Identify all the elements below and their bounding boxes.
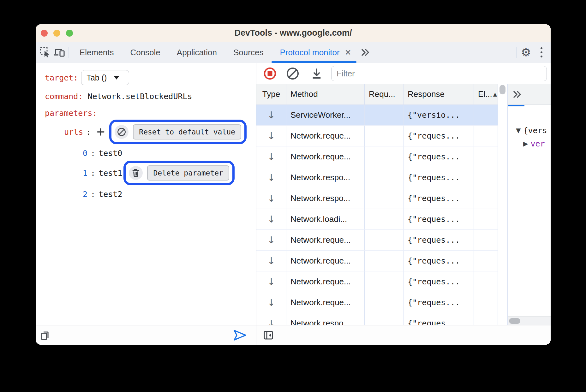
column-header-method[interactable]: Method	[286, 84, 365, 104]
received-arrow-icon: ↓	[267, 318, 275, 325]
param-colon: :	[91, 190, 95, 199]
protocol-data-grid: Type Method Requ... Response El... ▲ ↓	[256, 84, 498, 325]
delete-parameter-button[interactable]	[129, 166, 143, 180]
received-arrow-icon: ↓	[267, 193, 275, 204]
param-value[interactable]: test1	[99, 169, 122, 178]
cell-elapsed	[474, 167, 498, 188]
param-row-1[interactable]: 1 : test1 Delete parameter	[83, 160, 235, 186]
received-arrow-icon: ↓	[267, 151, 275, 162]
command-key: command:	[45, 92, 83, 101]
param-row-0[interactable]: 0 : test0	[83, 146, 122, 160]
table-row[interactable]: ↓ Network.reque... {"reques...	[256, 271, 498, 292]
block-icon	[117, 127, 126, 137]
cell-response: {"reques...	[404, 230, 474, 250]
param-row-2[interactable]: 2 : test2	[83, 187, 122, 201]
tree-node-version[interactable]: ▶ver	[508, 138, 551, 149]
table-row[interactable]: ↓ Network.reque... {"reques...	[256, 126, 498, 146]
tab-application[interactable]: Application	[169, 42, 225, 63]
column-header-type[interactable]: Type	[256, 84, 286, 104]
received-arrow-icon: ↓	[267, 110, 275, 121]
param-index: 1	[83, 169, 87, 178]
tab-protocol-monitor[interactable]: Protocol monitor ✕	[272, 42, 356, 63]
table-row[interactable]: ↓ ServiceWorker... {"versio...	[256, 105, 498, 126]
response-tree-panel: ▼{vers ▶ver	[508, 105, 551, 316]
customize-devtools-button[interactable]	[533, 47, 548, 57]
param-value[interactable]: test2	[99, 190, 122, 199]
cell-type: ↓	[256, 167, 286, 188]
expand-sidebar-chevrons-icon[interactable]	[512, 90, 523, 99]
command-value-text[interactable]: Network.setBlockedURLs	[87, 92, 192, 101]
send-command-icon[interactable]	[232, 329, 248, 342]
target-row: target: Tab ()	[45, 71, 129, 85]
param-colon: :	[91, 149, 95, 158]
grid-header-row: Type Method Requ... Response El... ▲	[256, 84, 498, 105]
delete-highlight-callout: Delete parameter	[123, 161, 235, 185]
filter-input[interactable]	[331, 66, 547, 81]
cell-type: ↓	[256, 146, 286, 167]
maximize-window-button[interactable]	[66, 30, 73, 37]
table-row[interactable]: ↓ Network.respo {"reques	[256, 313, 498, 325]
grid-vertical-scrollbar[interactable]	[498, 84, 508, 325]
parameters-row: parameters:	[45, 106, 97, 120]
param-index: 2	[83, 190, 87, 199]
toggle-sidebar-icon[interactable]	[263, 330, 274, 340]
target-select[interactable]: Tab ()	[81, 70, 129, 85]
param-index: 0	[83, 149, 87, 158]
cell-response: {"reques...	[404, 126, 474, 146]
screenshot-background: DevTools - www.google.com/ Elements Cons…	[0, 0, 586, 392]
table-row[interactable]: ↓ Network.reque... {"reques...	[256, 146, 498, 167]
inspect-element-button[interactable]	[38, 45, 52, 59]
toggle-device-toolbar-button[interactable]	[52, 45, 66, 59]
reset-to-default-button[interactable]	[115, 125, 129, 139]
table-row[interactable]: ↓ Network.reque... {"reques...	[256, 251, 498, 271]
chevrons-right-icon	[360, 48, 371, 57]
record-icon	[263, 67, 277, 80]
expand-open-icon[interactable]: ▼	[516, 127, 521, 134]
settings-button[interactable]: ⚙	[519, 45, 533, 59]
table-row[interactable]: ↓ Network.reque... {"reques...	[256, 230, 498, 251]
copy-command-icon[interactable]	[39, 330, 50, 341]
table-row[interactable]: ↓ Network.reque... {"reques...	[256, 292, 498, 313]
param-colon: :	[91, 169, 95, 178]
close-tab-icon[interactable]: ✕	[345, 48, 351, 57]
column-header-elapsed[interactable]: El... ▲	[474, 84, 498, 104]
tab-elements[interactable]: Elements	[71, 42, 122, 63]
received-arrow-icon: ↓	[267, 276, 275, 287]
cell-request	[365, 292, 404, 313]
cell-elapsed	[474, 251, 498, 271]
expand-closed-icon[interactable]: ▶	[523, 140, 528, 147]
close-window-button[interactable]	[41, 30, 48, 37]
table-row[interactable]: ↓ Network.respo... {"reques...	[256, 167, 498, 188]
scrollbar-thumb[interactable]	[509, 318, 520, 324]
tree-node-root[interactable]: ▼{vers	[508, 125, 551, 136]
more-tabs-button[interactable]	[358, 45, 372, 59]
table-row[interactable]: ↓ Network.loadi... {"reques...	[256, 209, 498, 230]
scrollbar-thumb[interactable]	[499, 85, 505, 94]
dropdown-caret-icon	[114, 76, 119, 80]
save-button[interactable]	[311, 67, 323, 80]
tab-console[interactable]: Console	[122, 42, 168, 63]
inspect-cursor-icon	[39, 46, 51, 58]
tab-sources[interactable]: Sources	[225, 42, 272, 63]
record-button[interactable]	[263, 67, 277, 80]
cell-type: ↓	[256, 251, 286, 271]
cell-request	[365, 167, 404, 188]
minimize-window-button[interactable]	[53, 30, 60, 37]
command-row: command: Network.setBlockedURLs	[45, 89, 192, 103]
column-header-request[interactable]: Requ...	[365, 84, 404, 104]
received-arrow-icon: ↓	[267, 255, 275, 266]
column-header-response[interactable]: Response	[404, 84, 474, 104]
clear-all-button[interactable]	[286, 67, 300, 80]
cell-request	[365, 105, 404, 125]
tree-node-label: {vers	[523, 126, 547, 135]
device-toolbar-icon	[53, 46, 65, 58]
monitor-toolbar	[256, 63, 551, 84]
urls-key: urls	[64, 128, 83, 137]
sidebar-horizontal-scrollbar[interactable]	[508, 316, 551, 325]
table-row[interactable]: ↓ Network.respo... {"reques...	[256, 188, 498, 209]
kebab-dot	[541, 51, 542, 53]
add-array-item-icon[interactable]	[97, 128, 105, 136]
received-arrow-icon: ↓	[267, 214, 275, 225]
monitor-bottom-toolbar	[256, 325, 551, 345]
param-value[interactable]: test0	[99, 149, 122, 158]
